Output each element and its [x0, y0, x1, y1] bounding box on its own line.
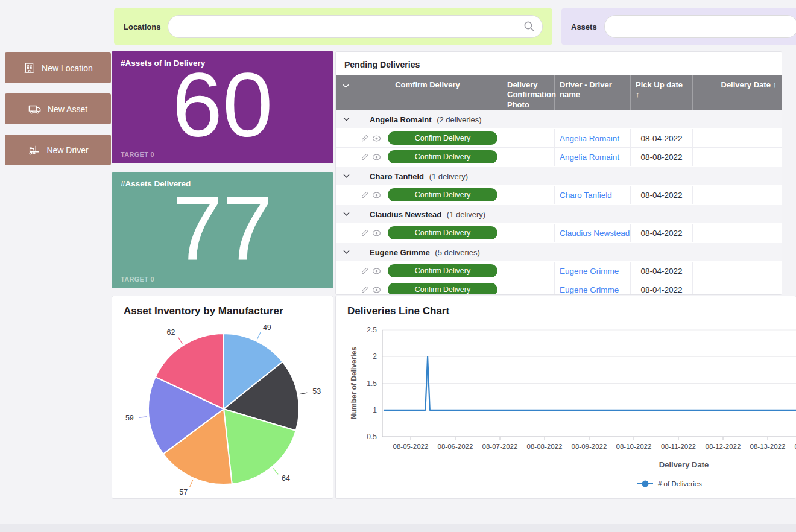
pie-value-label: 53 — [312, 387, 321, 396]
line-chart: 0.511.522.508-05-202208-06-202208-07-202… — [336, 296, 796, 499]
asset-inventory-pie-card: 495364575962 Asset Inventory by Manufact… — [112, 296, 333, 499]
driver-cell: Eugene Grimme — [554, 262, 630, 280]
group-delivery-count: (5 deliveries) — [433, 248, 480, 257]
pickup-date-cell: 08-08-2022 — [630, 148, 692, 166]
column-delivery-date[interactable]: Delivery Date ↑ — [692, 75, 782, 110]
view-icon[interactable] — [372, 153, 381, 162]
confirm-delivery-button[interactable]: Confirm Delivery — [388, 264, 498, 277]
chevron-down-icon[interactable] — [343, 174, 350, 179]
delivery-date-cell — [692, 148, 782, 166]
confirm-delivery-button[interactable]: Confirm Delivery — [388, 131, 498, 145]
pie-value-label: 57 — [179, 488, 188, 496]
new-location-button[interactable]: New Location — [5, 52, 111, 83]
pie-label-connector — [178, 337, 182, 344]
column-pickup-date[interactable]: Pick Up date ↑ — [630, 75, 692, 110]
pickup-date-cell: 08-04-2022 — [630, 224, 692, 242]
group-driver-name: Eugene Grimme — [370, 248, 430, 257]
table-row: Confirm DeliveryEugene Grimme08-04-2022 — [336, 262, 782, 280]
edit-icon[interactable] — [361, 191, 369, 199]
kpi-assets-delivered: #Assets Delivered 77 TARGET 0 — [112, 172, 333, 288]
new-location-label: New Location — [42, 63, 93, 73]
confirm-cell: Confirm Delivery — [353, 224, 502, 242]
new-asset-label: New Asset — [48, 104, 87, 114]
edit-icon[interactable] — [361, 229, 369, 237]
y-axis-title: Number of Deliveries — [350, 347, 358, 419]
driver-name-link[interactable]: Angelia Romaint — [555, 134, 619, 143]
table-row: Confirm DeliveryAngelia Romaint08-08-202… — [336, 148, 782, 166]
view-icon[interactable] — [372, 134, 381, 143]
x-tick-label: 08-07-2022 — [482, 443, 518, 450]
new-asset-button[interactable]: New Asset — [5, 93, 111, 124]
pickup-date-cell: 08-04-2022 — [630, 129, 692, 147]
row-spacer — [336, 129, 353, 147]
delivery-group-header[interactable]: Angelia Romaint (2 deliveries) — [336, 110, 782, 128]
view-icon[interactable] — [372, 267, 381, 276]
pie-value-label: 59 — [125, 414, 134, 422]
x-tick-label: 08-13-2022 — [750, 443, 786, 450]
chevron-down-icon[interactable] — [343, 250, 350, 255]
driver-name-link[interactable]: Charo Tanfield — [555, 191, 612, 200]
delivery-date-cell — [692, 129, 782, 147]
pending-deliveries-card: Pending Deliveries Comfirm Delivery Deli… — [335, 51, 782, 295]
row-spacer — [336, 148, 353, 166]
line-chart-title: Deliveries Line Chart — [347, 305, 449, 317]
table-row: Confirm DeliveryClaudius Newstead08-04-2… — [336, 224, 782, 242]
pickup-date-cell: 08-04-2022 — [630, 280, 692, 295]
x-tick-label: 08-10-2022 — [616, 443, 652, 450]
view-icon[interactable] — [372, 229, 381, 238]
confirm-delivery-button[interactable]: Confirm Delivery — [388, 188, 498, 201]
y-tick-label: 2 — [373, 352, 377, 361]
legend-marker[interactable] — [642, 481, 649, 487]
y-tick-label: 1 — [373, 406, 377, 414]
column-confirmation-photo[interactable]: Delivery Confirmation Photo — [502, 75, 554, 110]
new-driver-button[interactable]: New Driver — [5, 135, 111, 165]
assets-filter-panel: Assets — [561, 8, 796, 45]
confirm-cell: Confirm Delivery — [353, 148, 502, 166]
chevron-down-icon[interactable] — [343, 212, 350, 217]
x-tick-label: 08-08-2022 — [527, 443, 563, 450]
column-confirm-delivery[interactable]: Comfirm Delivery — [353, 75, 502, 110]
delivery-group-header[interactable]: Claudius Newstead (1 delivery) — [336, 205, 782, 223]
driver-name-link[interactable]: Eugene Grimme — [555, 285, 619, 294]
delivery-date-cell — [692, 186, 782, 204]
driver-cell: Claudius Newstead — [554, 224, 630, 242]
table-body: Angelia Romaint (2 deliveries)Confirm De… — [336, 110, 782, 295]
legend-label[interactable]: # of Deliveries — [658, 480, 702, 487]
confirm-delivery-button[interactable]: Confirm Delivery — [388, 150, 498, 163]
column-driver-name[interactable]: Driver - Driver name — [554, 75, 630, 110]
pickup-date-cell: 08-04-2022 — [630, 186, 692, 204]
photo-cell — [502, 224, 554, 242]
photo-cell — [502, 262, 554, 280]
delivery-date-cell — [692, 224, 782, 242]
locations-search-input[interactable] — [168, 15, 543, 38]
chevron-down-icon[interactable] — [343, 117, 350, 122]
y-tick-label: 1.5 — [367, 379, 377, 388]
confirm-cell: Confirm Delivery — [353, 129, 502, 147]
delivery-group-header[interactable]: Eugene Grimme (5 deliveries) — [336, 243, 782, 261]
confirm-delivery-button[interactable]: Confirm Delivery — [388, 226, 498, 239]
forklift-icon — [27, 144, 40, 157]
x-tick-label: 08-09-2022 — [572, 443, 607, 450]
edit-icon[interactable] — [361, 267, 369, 275]
view-icon[interactable] — [372, 191, 381, 200]
edit-icon[interactable] — [361, 134, 369, 142]
edit-icon[interactable] — [361, 285, 369, 294]
group-delivery-count: (2 deliveries) — [435, 115, 482, 124]
edit-icon[interactable] — [361, 153, 369, 161]
confirm-delivery-button[interactable]: Confirm Delivery — [388, 283, 498, 295]
driver-name-link[interactable]: Claudius Newstead — [555, 229, 630, 238]
driver-cell: Angelia Romaint — [554, 129, 630, 147]
table-title: Pending Deliveries — [336, 52, 782, 75]
assets-search-input[interactable] — [604, 15, 796, 38]
x-axis-title: Delivery Date — [659, 460, 709, 469]
x-tick-label: 08-11-2022 — [661, 443, 696, 450]
group-delivery-count: (1 delivery) — [427, 172, 468, 181]
delivery-group-header[interactable]: Charo Tanfield (1 delivery) — [336, 167, 782, 185]
new-driver-label: New Driver — [46, 145, 88, 155]
driver-name-link[interactable]: Angelia Romaint — [555, 153, 619, 162]
collapse-all-chevron-icon[interactable] — [336, 75, 353, 110]
pie-value-label: 64 — [282, 474, 290, 483]
assets-label: Assets — [571, 22, 597, 31]
driver-name-link[interactable]: Eugene Grimme — [555, 267, 619, 276]
view-icon[interactable] — [372, 285, 381, 294]
